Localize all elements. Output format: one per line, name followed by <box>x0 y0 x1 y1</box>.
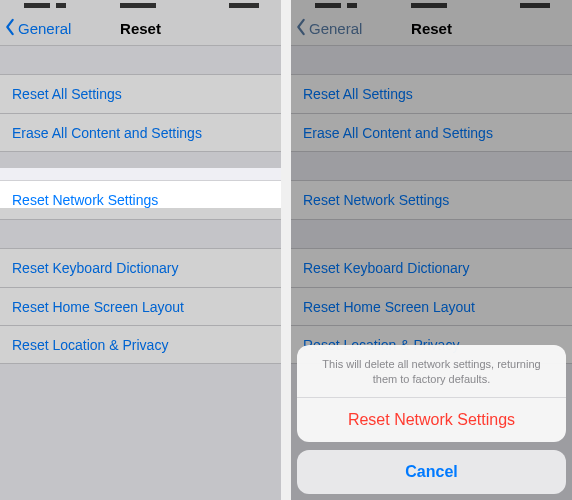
row-reset-location-privacy[interactable]: Reset Location & Privacy <box>0 325 281 363</box>
status-bar <box>0 0 281 12</box>
back-label: General <box>18 20 71 37</box>
action-sheet: This will delete all network settings, r… <box>297 345 566 494</box>
nav-bar: General Reset <box>0 12 281 46</box>
pane-left: General Reset Reset All Settings Erase A… <box>0 0 281 500</box>
action-sheet-card: This will delete all network settings, r… <box>297 345 566 442</box>
list-group-2: Reset Network Settings <box>0 180 281 220</box>
confirm-reset-network-button[interactable]: Reset Network Settings <box>297 398 566 442</box>
chevron-left-icon <box>4 18 16 39</box>
list-group-3: Reset Keyboard Dictionary Reset Home Scr… <box>0 248 281 364</box>
pane-right: General Reset Reset All Settings Erase A… <box>291 0 572 500</box>
settings-list: Reset All Settings Erase All Content and… <box>0 74 281 364</box>
row-reset-all-settings[interactable]: Reset All Settings <box>0 75 281 113</box>
action-sheet-message: This will delete all network settings, r… <box>297 345 566 398</box>
row-reset-network-settings[interactable]: Reset Network Settings <box>0 181 281 219</box>
back-button[interactable]: General <box>0 18 71 39</box>
cancel-button[interactable]: Cancel <box>297 450 566 494</box>
row-erase-all-content[interactable]: Erase All Content and Settings <box>0 113 281 151</box>
row-reset-keyboard-dictionary[interactable]: Reset Keyboard Dictionary <box>0 249 281 287</box>
row-reset-home-screen-layout[interactable]: Reset Home Screen Layout <box>0 287 281 325</box>
list-group-1: Reset All Settings Erase All Content and… <box>0 74 281 152</box>
